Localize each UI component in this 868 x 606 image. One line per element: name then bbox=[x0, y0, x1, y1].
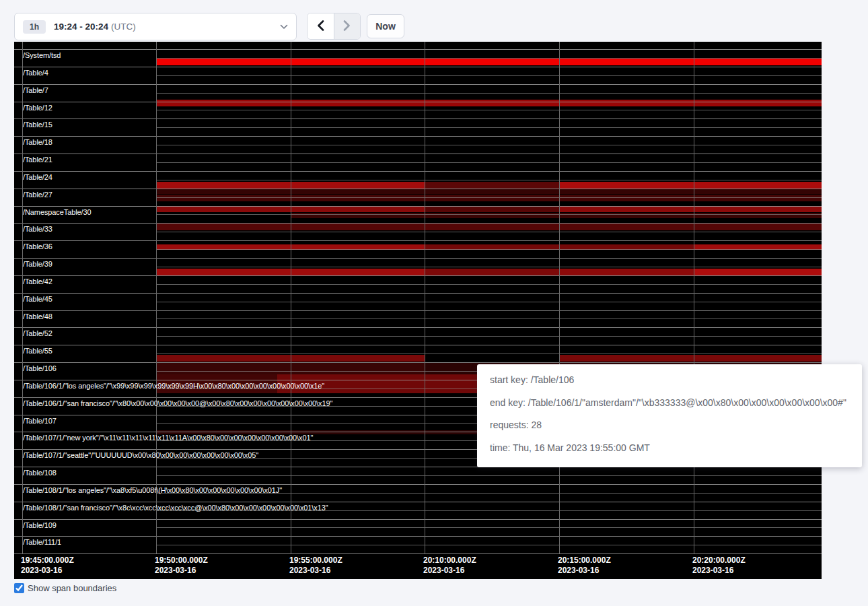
axis-tick: 20:20:00.000Z2023-03-16 bbox=[692, 556, 746, 576]
span-boundary-line bbox=[14, 67, 822, 67]
span-boundary-line bbox=[14, 189, 822, 189]
heat-bar bbox=[157, 224, 822, 230]
time-range-selector[interactable]: 1h 19:24 - 20:24 (UTC) bbox=[14, 13, 297, 40]
show-span-boundaries-checkbox[interactable] bbox=[14, 583, 24, 593]
time-gridline bbox=[425, 42, 425, 553]
span-boundary-line bbox=[156, 127, 822, 128]
axis-tick: 19:50:00.000Z2023-03-16 bbox=[155, 556, 208, 576]
axis-tick-date: 2023-03-16 bbox=[155, 566, 208, 576]
heat-bar bbox=[425, 182, 559, 189]
tooltip-end-key: end key: /Table/106/1/"amsterdam"/"\xb33… bbox=[490, 396, 849, 409]
span-boundary-line bbox=[14, 171, 822, 172]
heat-bar bbox=[157, 100, 822, 106]
span-tooltip: start key: /Table/106 end key: /Table/10… bbox=[477, 364, 862, 467]
span-boundary-line bbox=[14, 84, 822, 85]
axis-tick-date: 2023-03-16 bbox=[558, 566, 611, 576]
span-boundary-line bbox=[14, 136, 822, 137]
axis-tick: 19:45:00.000Z2023-03-16 bbox=[21, 556, 74, 576]
key-visualizer-canvas[interactable]: /System/tsd/Table/4/Table/7/Table/12/Tab… bbox=[14, 42, 822, 579]
row-label: /Table/42 bbox=[23, 277, 52, 285]
duration-badge: 1h bbox=[23, 20, 46, 34]
tooltip-start-key: start key: /Table/106 bbox=[490, 373, 849, 386]
row-label: /Table/107/1/"new york"/"\x11\x11\x11\x1… bbox=[23, 434, 313, 442]
row-label: /Table/48 bbox=[23, 312, 52, 321]
heat-bar bbox=[425, 269, 559, 275]
span-boundary-line bbox=[14, 536, 822, 537]
footer: Show span boundaries bbox=[14, 583, 116, 593]
span-boundary-line bbox=[14, 49, 822, 50]
axis-tick-time: 19:45:00.000Z bbox=[21, 556, 74, 566]
span-boundary-line bbox=[156, 58, 822, 59]
axis-tick-time: 20:20:00.000Z bbox=[692, 556, 746, 566]
now-button[interactable]: Now bbox=[367, 14, 404, 38]
span-boundary-line bbox=[14, 206, 822, 207]
axis-tick-date: 2023-03-16 bbox=[289, 566, 342, 576]
row-label: /Table/108/1/"los angeles"/"\xa8\xf5\u00… bbox=[23, 486, 282, 494]
row-label: /Table/108 bbox=[23, 469, 57, 477]
row-label: /Table/39 bbox=[23, 260, 52, 268]
span-boundary-line bbox=[14, 327, 822, 328]
axis-tick: 20:15:00.000Z2023-03-16 bbox=[558, 556, 611, 576]
span-boundary-line bbox=[14, 519, 822, 520]
span-boundary-line bbox=[156, 232, 822, 232]
heat-bar bbox=[157, 189, 822, 194]
span-boundary-line bbox=[14, 275, 822, 276]
row-label: /Table/107/1/"seattle"/"UUUUUUD\x00\x80\… bbox=[23, 451, 258, 459]
show-span-boundaries-label: Show span boundaries bbox=[28, 583, 116, 593]
row-label: /Table/4 bbox=[23, 69, 48, 77]
row-label: /Table/106/1/"san francisco"/"\x80\x00\x… bbox=[23, 399, 332, 407]
time-range-label: 19:24 - 20:24 bbox=[54, 22, 108, 32]
time-gridline bbox=[156, 42, 157, 553]
span-boundary-line bbox=[14, 484, 822, 485]
span-boundary-line bbox=[156, 302, 822, 302]
heat-bar bbox=[559, 355, 822, 362]
span-boundary-line bbox=[156, 354, 822, 354]
prev-time-button[interactable] bbox=[308, 13, 334, 39]
span-boundary-line bbox=[156, 284, 822, 285]
span-boundary-line bbox=[14, 258, 822, 259]
span-boundary-line bbox=[156, 527, 822, 528]
heat-bar bbox=[425, 206, 559, 212]
heat-bar bbox=[559, 206, 822, 212]
row-label: /Table/109 bbox=[23, 521, 57, 529]
heat-bar bbox=[291, 213, 822, 218]
row-label: /Table/33 bbox=[23, 225, 52, 233]
row-label: /Table/24 bbox=[23, 173, 52, 181]
span-boundary-line bbox=[156, 545, 822, 545]
span-boundary-line bbox=[156, 180, 822, 180]
span-boundary-line bbox=[14, 345, 822, 345]
tooltip-time: time: Thu, 16 Mar 2023 19:55:00 GMT bbox=[490, 441, 849, 454]
row-label: /Table/55 bbox=[23, 347, 52, 355]
heat-bar bbox=[559, 182, 822, 189]
span-boundary-line bbox=[14, 223, 822, 224]
span-boundary-line bbox=[156, 162, 822, 163]
axis-tick: 19:55:00.000Z2023-03-16 bbox=[289, 556, 342, 576]
next-time-button[interactable] bbox=[334, 13, 360, 39]
span-boundary-line bbox=[156, 267, 822, 267]
span-boundary-line bbox=[14, 154, 822, 154]
axis-tick-date: 2023-03-16 bbox=[692, 566, 746, 576]
span-boundary-line bbox=[14, 362, 822, 363]
tooltip-requests: requests: 28 bbox=[490, 418, 849, 432]
heat-bar bbox=[559, 269, 694, 275]
chevron-down-icon bbox=[280, 24, 288, 30]
axis-tick-date: 2023-03-16 bbox=[423, 566, 476, 576]
row-label: /System/tsd bbox=[23, 51, 61, 59]
span-boundary-line bbox=[14, 293, 822, 294]
time-nav-group bbox=[307, 13, 361, 40]
axis-tick-date: 2023-03-16 bbox=[21, 566, 74, 576]
axis-tick-time: 19:55:00.000Z bbox=[289, 556, 342, 566]
axis-tick: 20:10:00.000Z2023-03-16 bbox=[423, 556, 476, 576]
span-boundary-line bbox=[156, 75, 822, 76]
row-label: /Table/106 bbox=[23, 364, 57, 372]
span-boundary-line bbox=[156, 318, 822, 319]
span-boundary-line bbox=[156, 145, 822, 145]
row-label: /Table/111/1 bbox=[23, 538, 61, 546]
span-boundary-line bbox=[156, 110, 822, 110]
row-label: /Table/45 bbox=[23, 295, 52, 303]
span-boundary-line bbox=[14, 119, 822, 119]
row-label: /Table/107 bbox=[23, 417, 57, 425]
axis-tick-time: 20:10:00.000Z bbox=[423, 556, 476, 566]
heat-bar bbox=[694, 269, 822, 275]
heat-bar bbox=[157, 59, 822, 65]
